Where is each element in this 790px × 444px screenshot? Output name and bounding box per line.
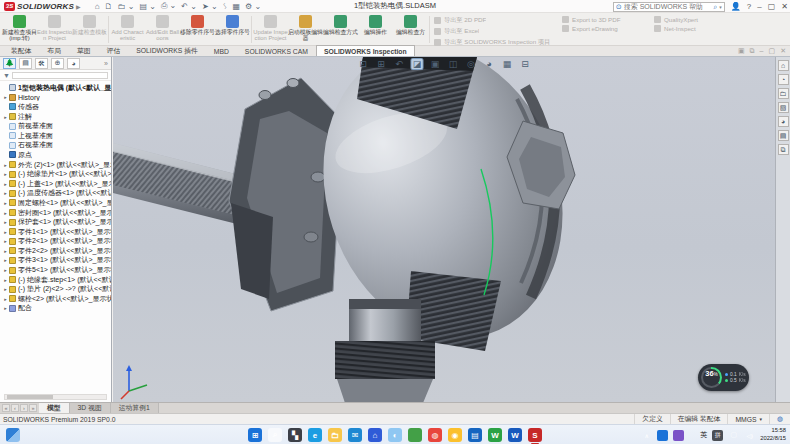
view-orientation-icon[interactable]: ▣ <box>429 58 442 70</box>
tree-item[interactable]: ▸ History <box>2 93 111 103</box>
tree-item[interactable]: ▸ 外壳 (2)<1> (默认<<默认>_显示状 <box>2 160 111 170</box>
tree-item[interactable]: 前视基准面 <box>2 121 111 131</box>
menu-expand-icon[interactable]: ▶ <box>76 3 81 10</box>
doc-minimize-icon[interactable]: – <box>760 47 764 55</box>
undo-icon[interactable]: ↶ ⌄ <box>181 2 197 11</box>
previous-view-icon[interactable]: ↶ <box>393 58 406 70</box>
ribbon-tab[interactable]: SOLIDWORKS Inspection <box>316 45 415 56</box>
ribbon-button[interactable]: 新建检查模板 <box>72 14 107 45</box>
tree-item[interactable]: 上视基准面 <box>2 131 111 141</box>
start-button[interactable]: ⊞ <box>248 428 262 442</box>
globe-icon[interactable]: ◍ <box>769 414 790 424</box>
speed-monitor-bubble[interactable]: 36% 0.1K/s 0.5K/s <box>698 364 749 391</box>
widgets-button[interactable] <box>6 428 20 442</box>
save-icon[interactable]: ▤ ⌄ <box>140 2 156 11</box>
ribbon-tab[interactable]: 装配体 <box>3 45 39 56</box>
open-icon[interactable]: 🗀 ⌄ <box>118 2 135 11</box>
configuration-manager-tab[interactable]: 🛠 <box>35 58 48 69</box>
export-2d-pdf-button[interactable]: 导出至 2D PDF <box>434 16 556 25</box>
tree-item[interactable]: ▸ 零件2<1> (默认<<默认>_显示状态 <box>2 237 111 247</box>
tab-scroll-prev-icon[interactable]: ‹ <box>11 404 19 412</box>
view-settings-icon[interactable]: ⊟ <box>519 58 532 70</box>
feature-manager-tree-tab[interactable]: 🌲 <box>3 58 16 69</box>
tree-item[interactable]: ▸ 零件3<1> (默认<<默认>_显示状态 <box>2 256 111 266</box>
tree-item[interactable]: 右视基准面 <box>2 141 111 151</box>
custom-properties-icon[interactable]: ▤ <box>778 130 789 141</box>
ribbon-tab[interactable]: 草图 <box>69 45 99 56</box>
tab-scroll-first-icon[interactable]: « <box>2 404 10 412</box>
tree-item[interactable]: ▸ 保护套<1> (默认<<默认>_显示状 <box>2 217 111 227</box>
tab-scroll-next-icon[interactable]: › <box>20 404 28 412</box>
minimize-icon[interactable]: – <box>757 2 761 11</box>
search-scope-icon[interactable]: ⊙ <box>616 3 622 11</box>
tree-item[interactable]: ▸ 注解 <box>2 112 111 122</box>
edge-browser-icon[interactable]: e <box>308 428 322 442</box>
document-tab[interactable]: 模型 <box>39 403 70 413</box>
security-shield-icon[interactable] <box>673 430 684 441</box>
select-cursor-icon[interactable]: ➤ ⌄ <box>202 2 218 11</box>
task-view-button[interactable]: ▚ <box>288 428 302 442</box>
search-icon[interactable]: ⌕ <box>713 3 717 11</box>
tray-expand-icon[interactable]: ∧ <box>641 430 652 441</box>
dimxpert-manager-tab[interactable]: ⊕ <box>51 58 64 69</box>
tree-item[interactable]: ▸ (-) 绝缘垫片<1> (默认<<默认>_显 <box>2 169 111 179</box>
net-inspect-button[interactable]: Net-Inspect <box>654 25 726 32</box>
tree-item[interactable]: ▸ (-) 垫片 (2)<2> ->? (默认<<默认> <box>2 284 111 294</box>
ribbon-tab[interactable]: MBD <box>206 45 237 56</box>
tree-item[interactable]: ▸ 固定螺栓<1> (默认<<默认>_显示 <box>2 198 111 208</box>
graphics-viewport[interactable]: ⊡⊞↶◪▣◫◎◕▦⊟ <box>113 57 775 402</box>
display-grid-icon[interactable]: ▦ <box>232 2 240 11</box>
app-green-icon[interactable] <box>408 428 422 442</box>
close-icon[interactable]: ✕ <box>781 2 788 11</box>
display-device-icon[interactable]: 🖵 <box>728 430 739 441</box>
help-icon[interactable]: ? <box>747 2 751 11</box>
export-excel-button[interactable]: 导出至 Excel <box>434 27 556 36</box>
doc-restore-icon[interactable]: ⧉ <box>750 47 755 55</box>
doc-close-icon[interactable]: ✕ <box>780 47 786 55</box>
document-tab[interactable]: 3D 视图 <box>70 403 111 413</box>
tree-item[interactable]: ▸ 螺栓<2> (默认<<默认>_显示状态 <box>2 294 111 304</box>
ribbon-button[interactable]: 启动模板编辑器 <box>288 14 323 45</box>
document-tab[interactable]: 运动算例1 <box>111 403 159 413</box>
view-palette-icon[interactable]: ▧ <box>778 102 789 113</box>
ribbon-tab[interactable]: SOLIDWORKS 插件 <box>128 45 206 56</box>
ribbon-button[interactable]: Edit Inspection Project <box>37 14 72 45</box>
ribbon-button[interactable]: 移除零件序号 <box>180 14 215 45</box>
units-dropdown[interactable]: MMGS▾ <box>727 414 769 424</box>
app-blue-doc-icon[interactable]: ▤ <box>468 428 482 442</box>
apply-scene-icon[interactable]: ▦ <box>501 58 514 70</box>
ime-mode-icon[interactable]: 拼 <box>712 430 723 441</box>
store-icon[interactable]: ⌂ <box>368 428 382 442</box>
export-edrawing-button[interactable]: Export eDrawing <box>562 25 648 32</box>
print-icon[interactable]: ⎙ ⌄ <box>161 1 176 11</box>
chrome-icon[interactable]: ◉ <box>448 428 462 442</box>
3d-model-render[interactable] <box>113 57 775 402</box>
tree-item[interactable]: ▸ (-) 绝缘套.step<1> (默认<<默认> <box>2 275 111 285</box>
ribbon-button[interactable]: 编辑检查方式 <box>323 14 358 45</box>
tree-item[interactable]: ▸ 零件1<1> (默认<<默认>_显示状态 <box>2 227 111 237</box>
tree-item[interactable]: ▸ 零件2<2> (默认<<默认>_显示状态 <box>2 246 111 256</box>
edit-appearance-icon[interactable]: ◕ <box>483 58 496 70</box>
home-icon[interactable]: ⌂ <box>95 2 100 11</box>
zoom-fit-icon[interactable]: ⊡ <box>357 58 370 70</box>
doc-cascade-icon[interactable]: ▣ <box>738 47 745 55</box>
word-icon[interactable]: W <box>508 428 522 442</box>
tree-filter-input[interactable] <box>12 72 108 79</box>
ribbon-tab[interactable]: 评估 <box>99 45 129 56</box>
copilot-icon[interactable]: ◐ <box>388 428 402 442</box>
appearances-scenes-icon[interactable]: ◕ <box>778 116 789 127</box>
display-manager-tab[interactable]: ◕ <box>67 58 80 69</box>
filter-funnel-icon[interactable]: ▼ <box>3 72 10 79</box>
ribbon-button[interactable]: Add Characteristic <box>110 14 145 45</box>
export-3d-pdf-button[interactable]: Export to 3D PDF <box>562 16 648 23</box>
cloud-sync-icon[interactable] <box>657 430 668 441</box>
qualityxpert-button[interactable]: QualityXpert <box>654 16 726 23</box>
ribbon-button[interactable]: 编辑检查方 <box>393 14 428 45</box>
panel-overflow-icon[interactable]: » <box>104 60 108 67</box>
tree-item[interactable]: 传感器 <box>2 102 111 112</box>
language-indicator[interactable] <box>689 430 700 441</box>
sign-in-icon[interactable]: 👤 <box>731 2 741 11</box>
help-search-box[interactable]: ⊙ ⌕ ▾ <box>613 2 725 12</box>
ribbon-button[interactable]: 新建检查项目(imp:转) <box>2 14 37 45</box>
file-explorer-icon[interactable]: 🗀 <box>328 428 342 442</box>
